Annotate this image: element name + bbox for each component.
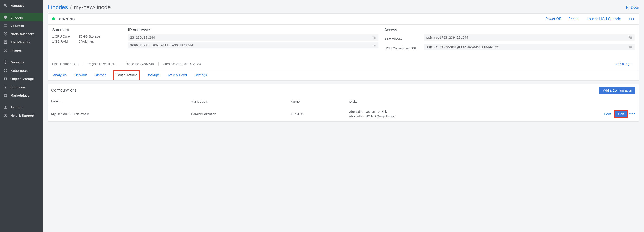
sidebar-item-label: Images (10, 48, 22, 52)
svg-point-6 (5, 50, 6, 51)
more-actions-icon[interactable]: ••• (628, 16, 634, 21)
sidebar-item-images[interactable]: Images (0, 46, 43, 54)
ssh-access-label: SSH Access (384, 37, 422, 40)
sidebar-item-managed[interactable]: Managed (0, 1, 43, 10)
table-row: My Debian 10 Disk Profile Paravirtualiza… (48, 106, 638, 122)
sidebar-item-linodes[interactable]: Linodes (0, 13, 43, 21)
svg-rect-15 (374, 45, 376, 46)
sidebar-item-label: Account (10, 105, 24, 109)
script-icon (4, 40, 8, 44)
tab-settings[interactable]: Settings (194, 70, 208, 80)
help-icon (4, 114, 8, 117)
boot-button[interactable]: Boot (602, 111, 613, 117)
col-vm-mode[interactable]: VM Mode⇅ (188, 97, 288, 106)
sidebar-item-label: Volumes (10, 24, 24, 28)
col-disks: Disks (346, 97, 512, 106)
linode-id-meta: Linode ID: 24387549 (120, 62, 154, 66)
svg-rect-0 (4, 25, 7, 25)
summary-title: Summary (52, 28, 122, 32)
power-off-button[interactable]: Power Off (546, 17, 561, 21)
breadcrumb: Linodes / my-new-linode (48, 4, 110, 11)
main-content: Linodes / my-new-linode Docs RUNNING Pow… (43, 0, 644, 232)
col-kernel: Kernel (288, 97, 346, 106)
svg-point-9 (5, 106, 6, 107)
svg-point-11 (5, 116, 6, 116)
ip-title: IP Addresses (128, 28, 378, 32)
add-tag-button[interactable]: Add a tag + (614, 61, 634, 67)
sidebar-item-label: Longview (10, 85, 26, 89)
svg-marker-8 (4, 69, 7, 72)
config-label: My Debian 10 Disk Profile (48, 106, 188, 122)
breadcrumb-leaf: my-new-linode (74, 4, 110, 11)
sidebar: Managed Linodes Volumes NodeBalancers St… (0, 0, 43, 232)
configurations-heading: Configurations (51, 88, 76, 93)
row-more-actions-icon[interactable]: ••• (629, 112, 636, 116)
sidebar-item-domains[interactable]: Domains (0, 58, 43, 66)
document-icon (626, 6, 630, 10)
sidebar-item-label: Marketplace (10, 94, 30, 97)
sidebar-item-label: Domains (10, 60, 24, 64)
sidebar-item-object-storage[interactable]: Object Storage (0, 74, 43, 83)
sidebar-item-label: Kubernetes (10, 69, 28, 72)
sort-icon: ⇅ (206, 100, 208, 103)
cube-icon (4, 15, 8, 19)
reboot-button[interactable]: Reboot (568, 17, 580, 21)
sidebar-item-nodebalancers[interactable]: NodeBalancers (0, 30, 43, 38)
svg-point-2 (4, 32, 7, 35)
sidebar-item-longview[interactable]: Longview (0, 83, 43, 91)
sidebar-item-help[interactable]: Help & Support (0, 111, 43, 120)
config-disks: /dev/sda - Debian 10 Disk /dev/sdb - 512… (346, 106, 512, 122)
copy-icon[interactable] (629, 45, 632, 49)
tab-network[interactable]: Network (74, 70, 88, 80)
tab-activity-feed[interactable]: Activity Feed (167, 70, 188, 80)
ssh-command: ssh root@23.239.15.244 (426, 36, 468, 39)
svg-rect-19 (630, 46, 632, 48)
tab-analytics[interactable]: Analytics (52, 70, 68, 80)
volumes-spec: 0 Volumes (78, 40, 100, 43)
sidebar-item-kubernetes[interactable]: Kubernetes (0, 66, 43, 74)
sidebar-item-volumes[interactable]: Volumes (0, 21, 43, 30)
sidebar-item-label: Managed (10, 4, 25, 8)
copy-icon[interactable] (372, 44, 376, 47)
launch-lish-button[interactable]: Launch LISH Console (587, 17, 621, 21)
tab-configurations[interactable]: Configurations (114, 70, 140, 80)
docs-link[interactable]: Docs (626, 6, 639, 10)
sidebar-item-label: StackScripts (10, 40, 30, 44)
volumes-icon (4, 24, 8, 28)
sort-asc-icon: ︿ (60, 100, 62, 103)
ram-spec: 1 GB RAM (52, 40, 70, 43)
configurations-panel: Configurations Add a Configuration Label… (48, 84, 639, 122)
docs-label: Docs (631, 6, 639, 10)
lish-access-label: LISH Console via SSH (384, 46, 422, 50)
disk-line: /dev/sdb - 512 MB Swap Image (349, 114, 508, 118)
sidebar-item-stackscripts[interactable]: StackScripts (0, 38, 43, 46)
sidebar-item-label: NodeBalancers (10, 32, 34, 36)
sidebar-item-account[interactable]: Account (0, 103, 43, 111)
ipv6-address: 2600:3c03::f03c:92ff:fe30:3f67/64 (130, 44, 193, 47)
edit-button[interactable]: Edit (615, 111, 627, 117)
copy-icon[interactable] (629, 36, 632, 39)
copy-icon[interactable] (372, 36, 376, 39)
col-label[interactable]: Label︿ (48, 97, 188, 106)
config-kernel: GRUB 2 (288, 106, 346, 122)
add-tag-label: Add a tag (616, 62, 630, 66)
nodebalancer-icon (4, 32, 8, 36)
breadcrumb-separator: / (70, 4, 72, 11)
tab-backups[interactable]: Backups (146, 70, 160, 80)
tab-storage[interactable]: Storage (94, 70, 107, 80)
config-vm-mode: Paravirtualization (188, 106, 288, 122)
storage-spec: 25 GB Storage (78, 34, 100, 38)
plan-meta: Plan: Nanode 1GB (52, 62, 78, 66)
sidebar-item-label: Help & Support (10, 114, 34, 117)
svg-rect-17 (630, 37, 632, 38)
status-text: RUNNING (58, 17, 75, 21)
kubernetes-icon (4, 68, 8, 72)
bag-icon (4, 93, 8, 97)
lish-command: ssh -t rsyracuse@lish-newark.linode.co (426, 45, 499, 49)
bucket-icon (4, 77, 8, 81)
add-configuration-button[interactable]: Add a Configuration (600, 87, 636, 94)
status-indicator-icon (52, 18, 55, 20)
sidebar-item-marketplace[interactable]: Marketplace (0, 91, 43, 100)
plus-icon: + (631, 62, 633, 66)
breadcrumb-root[interactable]: Linodes (48, 4, 68, 11)
